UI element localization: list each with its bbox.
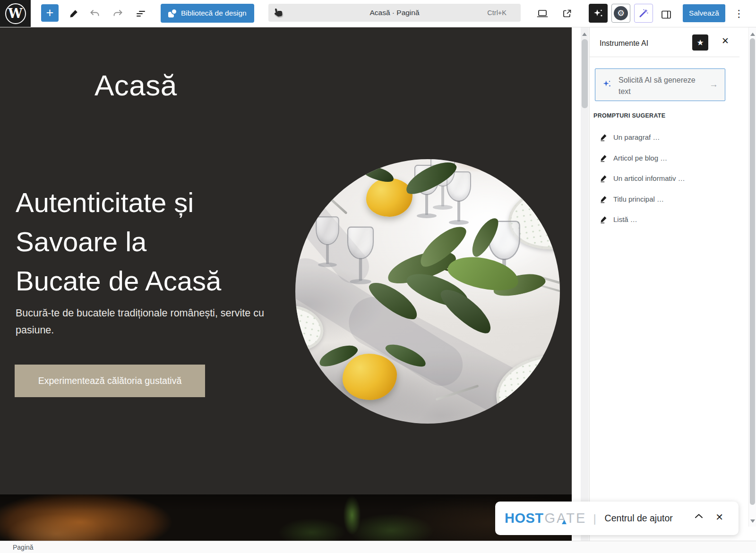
submit-arrow-icon[interactable]: →: [709, 79, 718, 90]
editor-canvas: Acasă Autenticitate și Savoare la Bucate…: [0, 27, 572, 494]
pencil-icon: [600, 174, 608, 182]
ai-input-placeholder: Solicită AI să genereze text: [619, 75, 703, 97]
pencil-icon: [69, 9, 78, 18]
top-toolbar: W + Bibliotecă de des: [0, 0, 756, 27]
scroll-up-arrow-icon[interactable]: [750, 33, 755, 36]
options-menu-button[interactable]: ⋮: [733, 7, 745, 21]
lemon: [343, 354, 397, 400]
food-image-strip[interactable]: [0, 494, 572, 541]
ai-tools-sidebar: Instrumente AI ★ ✕ Solicită AI să genere…: [589, 27, 739, 541]
pencil-icon: [600, 154, 608, 162]
sparkles-icon: [593, 8, 603, 18]
hero-heading[interactable]: Autenticitate și Savoare la Bucate de Ac…: [16, 183, 221, 300]
wine-glass: [314, 216, 341, 275]
window-scrollbar-thumb[interactable]: [750, 38, 755, 505]
prompt-label: Titlu principal …: [613, 195, 664, 203]
mouse-cursor-icon: [272, 7, 284, 20]
magic-wand-icon: [638, 8, 649, 19]
pencil-icon: [600, 133, 608, 141]
hostgate-logo-host: HOST: [505, 510, 544, 526]
breadcrumb[interactable]: Pagină: [13, 544, 34, 551]
sidebar-panel-icon: [660, 9, 672, 20]
pencil-icon: [600, 195, 608, 203]
design-library-button[interactable]: Bibliotecă de design: [161, 4, 254, 23]
lemon: [366, 178, 412, 217]
view-site-button[interactable]: [559, 6, 575, 21]
chevron-up-icon: [694, 513, 704, 519]
photo-background-shape: [295, 159, 371, 192]
editor-footer: Pagină: [0, 541, 756, 553]
gear-plug-icon: ⚙: [614, 6, 628, 20]
separator: |: [593, 512, 596, 525]
preview-button[interactable]: [535, 6, 550, 21]
edit-tool-button[interactable]: [66, 6, 81, 21]
prompt-label: Listă …: [613, 215, 637, 223]
ai-assistant-button[interactable]: [589, 4, 608, 23]
undo-button[interactable]: [87, 6, 103, 21]
prompt-label: Un paragraf …: [613, 133, 660, 141]
hero-heading-line: Bucate de Acasă: [16, 261, 221, 300]
prompt-item-main-title[interactable]: Titlu principal …: [600, 193, 664, 204]
document-title: Acasă · Pagină: [369, 9, 419, 17]
help-center-bar: HOST GATE | Centrul de ajutor ✕: [495, 502, 739, 535]
prompt-item-list[interactable]: Listă …: [600, 213, 637, 225]
laptop-icon: [536, 8, 549, 19]
prompt-item-paragraph[interactable]: Un paragraf …: [600, 131, 660, 143]
document-command-bar[interactable]: Acasă · Pagină Ctrl+K: [268, 4, 521, 22]
plate: [492, 349, 560, 424]
suggested-prompts-header: PROMPTURI SUGERATE: [593, 112, 665, 119]
fork: [541, 285, 560, 296]
hero-circle-image[interactable]: [295, 159, 560, 424]
keyboard-shortcut: Ctrl+K: [487, 4, 507, 22]
hero-heading-line: Savoare la: [16, 222, 221, 261]
help-center-label: Centrul de ajutor: [605, 513, 673, 524]
close-icon: ✕: [715, 512, 723, 522]
prompt-label: Articol pe blog …: [613, 154, 667, 162]
list-view-icon: [135, 8, 146, 19]
ai-generate-input[interactable]: Solicită AI să genereze text →: [595, 68, 725, 101]
redo-button[interactable]: [110, 6, 125, 21]
hostgate-logo-gate: GATE: [545, 510, 587, 526]
hero-heading-line: Autenticitate și: [16, 183, 221, 222]
scroll-up-arrow-icon[interactable]: [582, 33, 587, 36]
canvas-scrollbar-thumb[interactable]: [582, 39, 588, 108]
canvas-scrollbar[interactable]: [581, 27, 589, 541]
prompt-item-informative-article[interactable]: Un articol informativ …: [600, 172, 685, 184]
wine-glass: [345, 227, 376, 293]
help-close-button[interactable]: ✕: [715, 512, 723, 522]
star-icon: ★: [696, 38, 704, 48]
hostgate-triangle-icon: [562, 520, 567, 524]
favorite-button[interactable]: ★: [692, 34, 708, 51]
design-library-label: Bibliotecă de design: [181, 9, 247, 17]
scroll-down-arrow-icon[interactable]: [750, 519, 755, 523]
sidebar-close-button[interactable]: ✕: [722, 36, 729, 45]
design-library-icon: [168, 9, 176, 17]
close-icon: ✕: [722, 36, 729, 46]
pencil-icon: [600, 215, 608, 223]
cta-button[interactable]: Experimentează călătoria gustativă: [15, 365, 205, 397]
prompt-item-blog-post[interactable]: Articol pe blog …: [600, 152, 667, 163]
plugin-settings-button[interactable]: ⚙: [611, 4, 630, 23]
magic-wand-button[interactable]: [634, 4, 653, 23]
wordpress-logo-icon: W: [5, 3, 26, 24]
hostgate-logo: HOST GATE: [505, 510, 586, 526]
inserter-button[interactable]: +: [41, 4, 59, 22]
undo-icon: [89, 8, 101, 19]
redo-icon: [112, 8, 123, 19]
hero-paragraph[interactable]: Bucură-te de bucatele tradiționale român…: [16, 305, 280, 339]
external-link-icon: [561, 8, 573, 19]
wordpress-logo-button[interactable]: W: [0, 0, 31, 27]
window-scrollbar[interactable]: [748, 27, 756, 527]
sidebar-title: Instrumente AI: [600, 39, 648, 48]
wordpress-editor: Acasă Autenticitate și Savoare la Bucate…: [0, 0, 756, 553]
list-view-button[interactable]: [133, 6, 148, 21]
divider: [590, 57, 739, 57]
settings-sidebar-toggle[interactable]: [659, 7, 674, 22]
page-title[interactable]: Acasă: [94, 68, 177, 102]
prompt-label: Un articol informativ …: [613, 174, 685, 182]
help-collapse-button[interactable]: [694, 513, 704, 521]
ai-sparkle-icon: [602, 79, 611, 90]
save-button[interactable]: Salvează: [683, 4, 725, 22]
